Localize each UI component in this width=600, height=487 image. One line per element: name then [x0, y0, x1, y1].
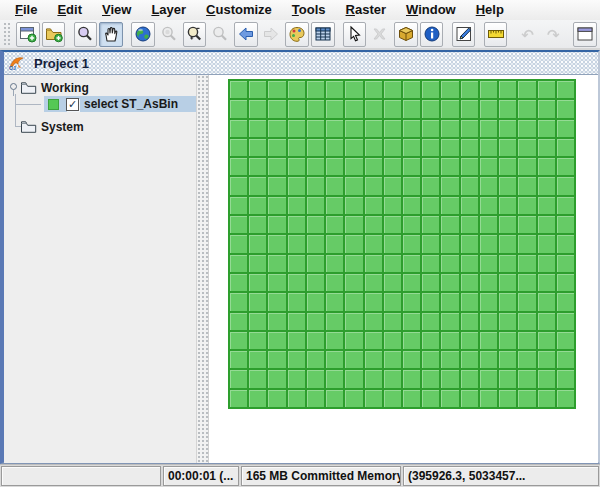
- grid-cell: [480, 255, 497, 272]
- menu-file[interactable]: File: [6, 1, 46, 19]
- grid-cell: [249, 100, 266, 117]
- grid-cell: [518, 139, 535, 156]
- grid-cell: [345, 293, 362, 310]
- grid-cell: [480, 197, 497, 214]
- grid-cell: [441, 370, 458, 387]
- attribute-table-button[interactable]: [311, 22, 335, 47]
- measure-button[interactable]: [484, 22, 508, 47]
- zoom-tool-button[interactable]: [74, 22, 98, 47]
- menu-raster[interactable]: Raster: [337, 1, 395, 19]
- grid-cell: [326, 197, 343, 214]
- new-task-button[interactable]: [16, 22, 40, 47]
- toolbar-drag-handle[interactable]: [3, 22, 12, 46]
- grid-cell: [365, 274, 382, 291]
- menu-help[interactable]: Help: [467, 1, 513, 19]
- zoom-full-extent-button[interactable]: [131, 22, 155, 47]
- menu-tools[interactable]: Tools: [283, 1, 335, 19]
- grid-cell: [557, 351, 574, 368]
- grid-cell: [461, 158, 478, 175]
- grid-cell: [326, 255, 343, 272]
- output-window-button[interactable]: [573, 22, 597, 47]
- grid-cell: [499, 390, 516, 407]
- map-canvas[interactable]: [209, 75, 598, 463]
- grid-cell: [422, 197, 439, 214]
- grid-cell: [365, 139, 382, 156]
- history-back-button[interactable]: [234, 22, 258, 47]
- tool-bar: ↶ ↷: [0, 20, 600, 48]
- grid-cell: [307, 100, 324, 117]
- grid-cell: [538, 197, 555, 214]
- open-file-button[interactable]: [42, 22, 66, 47]
- grid-cell: [538, 255, 555, 272]
- grid-cell: [499, 351, 516, 368]
- menu-layer[interactable]: Layer: [142, 1, 195, 19]
- tree-expand-handle-icon[interactable]: [8, 81, 20, 95]
- grid-cell: [499, 158, 516, 175]
- grid-cell: [365, 100, 382, 117]
- grid-cell: [307, 370, 324, 387]
- grid-cell: [557, 177, 574, 194]
- raster-layer-grid: [228, 79, 576, 409]
- grid-cell: [538, 177, 555, 194]
- feature-box-button[interactable]: [394, 22, 418, 47]
- zoom-in-out-button[interactable]: [183, 22, 207, 47]
- grid-cell: [230, 216, 247, 233]
- grid-cell: [403, 139, 420, 156]
- grid-cell: [518, 370, 535, 387]
- grid-cell: [422, 351, 439, 368]
- feature-info-button[interactable]: [420, 22, 444, 47]
- grid-cell: [326, 139, 343, 156]
- grid-cell: [345, 274, 362, 291]
- grid-cell: [307, 235, 324, 252]
- grid-cell: [441, 177, 458, 194]
- editing-toolbox-button[interactable]: [452, 22, 476, 47]
- magnifier-icon: [76, 25, 94, 43]
- pan-tool-button[interactable]: [99, 22, 123, 47]
- tree-node-system[interactable]: System: [8, 119, 84, 135]
- tree-node-layer[interactable]: ✓ select ST_AsBin: [44, 96, 196, 112]
- table-icon: [314, 25, 332, 43]
- grid-cell: [480, 313, 497, 330]
- grid-cell: [403, 120, 420, 137]
- grid-cell: [365, 293, 382, 310]
- project-frame-title: Project 1: [30, 56, 93, 71]
- grid-cell: [538, 370, 555, 387]
- grid-cell: [480, 293, 497, 310]
- menu-edit[interactable]: Edit: [48, 1, 91, 19]
- grid-cell: [307, 293, 324, 310]
- menu-customize[interactable]: Customize: [197, 1, 281, 19]
- grid-cell: [538, 293, 555, 310]
- select-features-button[interactable]: [343, 22, 367, 47]
- grid-cell: [557, 235, 574, 252]
- grid-cell: [538, 81, 555, 98]
- grid-cell: [384, 332, 401, 349]
- magnifier-plus-minus-icon: [185, 25, 203, 43]
- project-frame-titlebar[interactable]: OJ Project 1: [4, 52, 598, 75]
- grid-cell: [499, 81, 516, 98]
- grid-cell: [499, 139, 516, 156]
- project-frame: OJ Project 1 Working ✓ select ST_AsBin: [0, 50, 600, 464]
- grid-cell: [326, 313, 343, 330]
- redo-icon: ↷: [547, 27, 560, 42]
- change-styles-button[interactable]: [285, 22, 309, 47]
- grid-cell: [461, 370, 478, 387]
- grid-cell: [384, 274, 401, 291]
- layer-visibility-checkbox[interactable]: ✓: [66, 98, 79, 111]
- grid-cell: [422, 332, 439, 349]
- grid-cell: [268, 100, 285, 117]
- arrow-left-icon: [237, 25, 255, 43]
- layer-color-swatch: [48, 99, 59, 110]
- grid-cell: [441, 313, 458, 330]
- grid-cell: [557, 255, 574, 272]
- split-pane-divider[interactable]: [196, 75, 209, 463]
- folder-icon: [20, 81, 37, 95]
- tree-node-working[interactable]: Working: [8, 80, 89, 96]
- grid-cell: [268, 274, 285, 291]
- menu-view[interactable]: View: [93, 1, 140, 19]
- grid-cell: [384, 100, 401, 117]
- grid-cell: [230, 100, 247, 117]
- menu-window[interactable]: Window: [397, 1, 465, 19]
- grid-cell: [557, 100, 574, 117]
- grid-cell: [461, 81, 478, 98]
- grid-cell: [441, 81, 458, 98]
